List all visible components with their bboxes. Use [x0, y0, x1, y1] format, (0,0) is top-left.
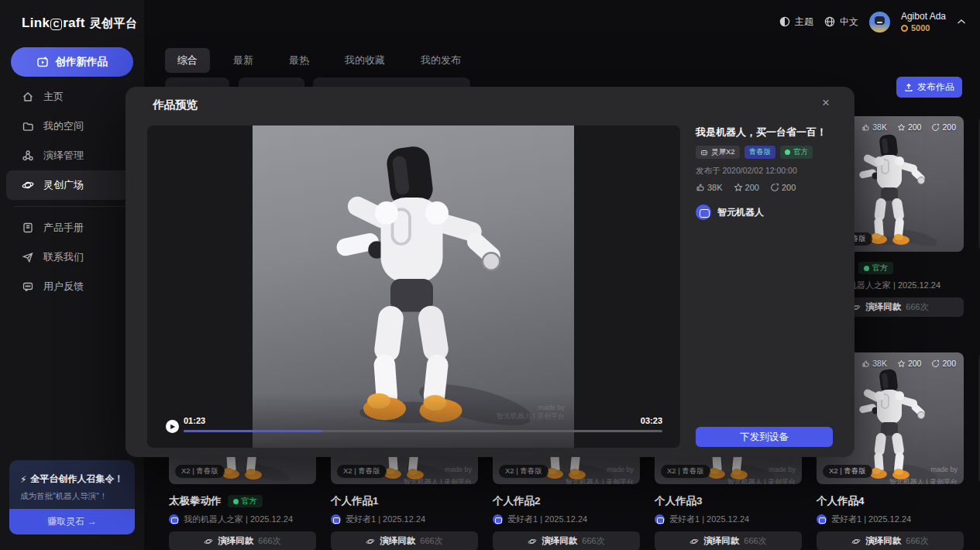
model-badge: X2 | 青春版 — [823, 465, 872, 478]
deploy-to-device-button[interactable]: 下发到设备 — [696, 427, 833, 447]
tab-hottest[interactable]: 最热 — [277, 48, 322, 73]
card-author[interactable]: 爱好者1 | 2025.12.24 — [817, 514, 964, 525]
earn-gems-button[interactable]: 赚取灵石 → — [9, 509, 135, 535]
share-icon — [770, 183, 779, 192]
user-avatar[interactable] — [869, 12, 890, 33]
card-title: 个人作品3 — [655, 494, 703, 508]
avatar-robot-face — [875, 16, 885, 25]
card-title: 个人作品4 — [817, 494, 865, 508]
brand-c-icon: C — [50, 19, 62, 30]
brand-suffix: 灵创平台 — [90, 16, 137, 31]
remix-button[interactable]: 演绎同款 666次 — [169, 531, 316, 550]
watermark-brand-line: 智元机器人 | 灵创平台 — [404, 477, 472, 484]
author-avatar-icon — [169, 514, 179, 524]
sidebar-item-performance[interactable]: 演绎管理 — [6, 141, 138, 170]
shares-stat[interactable]: 200 — [770, 183, 796, 192]
remix-button[interactable]: 演绎同款 666次 — [331, 531, 478, 550]
model-badge: X2 | 青春版 — [499, 465, 548, 478]
bolt-icon: ⚡ — [20, 474, 26, 485]
robot-figure — [297, 139, 530, 430]
language-switcher[interactable]: 中文 — [824, 15, 858, 29]
official-dot-icon — [785, 150, 790, 155]
tab-all[interactable]: 综合 — [165, 48, 210, 73]
publish-date: 发布于 2020/02/02 12:00:00 — [696, 166, 833, 177]
tab-favorites[interactable]: 我的收藏 — [332, 48, 397, 73]
work-preview-modal: 作品预览 × made by智元机器人 | 灵创平台 ▶ 01:23 03:23… — [126, 87, 854, 457]
author-avatar-icon — [696, 205, 711, 220]
made-by-watermark: made by — [607, 466, 634, 473]
official-tag: 官方 — [858, 262, 893, 274]
app-window: LinkCraft 灵创平台 创作新作品 主页 我的空间 演绎管理 — [0, 0, 980, 550]
robot-face-icon — [700, 149, 708, 156]
brand-logo: LinkCraft 灵创平台 — [22, 15, 137, 31]
feedback-chat-icon — [22, 280, 34, 293]
official-dot-icon — [864, 266, 869, 271]
like-icon — [861, 123, 870, 132]
home-icon — [22, 91, 34, 103]
video-create-icon — [36, 56, 49, 68]
official-dot-icon — [233, 499, 239, 504]
coin-icon — [901, 25, 908, 32]
sidebar-item-home[interactable]: 主页 — [6, 82, 138, 112]
card-title: 个人作品1 — [331, 494, 379, 508]
sidebar-item-feedback[interactable]: 用户反馈 — [6, 272, 138, 301]
send-icon — [22, 251, 34, 263]
video-bottom-fade — [253, 394, 574, 448]
create-work-button[interactable]: 创作新作品 — [11, 47, 133, 77]
star-icon — [897, 359, 906, 368]
sidebar-menu: 主页 我的空间 演绎管理 灵创广场 产品手册 联系我们 — [6, 82, 138, 301]
user-info[interactable]: Agibot Ada 5000 — [901, 11, 946, 33]
publish-work-button[interactable]: 发布作品 — [896, 77, 962, 98]
author-avatar-icon — [817, 514, 827, 524]
play-button[interactable]: ▶ — [166, 420, 179, 433]
watermark-brand-line: 智元机器人 | 灵创平台 — [889, 477, 958, 484]
work-tags: 灵犀X2 青春版 官方 — [696, 146, 833, 159]
planet-icon — [528, 537, 537, 546]
planet-icon — [689, 537, 699, 546]
banner-subline: 成为首批"机器人导演"！ — [20, 491, 124, 502]
made-by-watermark: made by — [445, 466, 472, 473]
theme-icon — [779, 16, 790, 27]
sort-tabs: 综合 最新 最热 我的收藏 我的发布 — [165, 48, 484, 73]
progress-bar[interactable] — [184, 430, 662, 432]
sidebar-item-plaza[interactable]: 灵创广场 — [6, 170, 138, 200]
official-tag: 官方 — [780, 146, 813, 159]
progress-fill — [184, 430, 322, 432]
sidebar-item-my-space[interactable]: 我的空间 — [6, 112, 138, 141]
video-frame[interactable]: made by智元机器人 | 灵创平台 — [253, 125, 574, 448]
like-icon — [861, 359, 870, 368]
current-time: 01:23 — [184, 416, 205, 425]
watermark-brand-line: 智元机器人 | 灵创平台 — [727, 477, 796, 484]
card-author[interactable]: 爱好者1 | 2025.12.24 — [331, 514, 478, 525]
nodes-icon — [22, 150, 34, 162]
share-icon — [931, 123, 940, 132]
made-by-watermark: made by — [930, 466, 958, 473]
sidebar-item-manual[interactable]: 产品手册 — [6, 213, 138, 242]
globe-icon — [824, 16, 835, 27]
star-icon — [734, 183, 743, 192]
likes-stat[interactable]: 38K — [696, 183, 723, 192]
topbar: 主题 中文 Agibot Ada 5000 — [144, 0, 980, 43]
close-icon[interactable]: × — [822, 96, 830, 109]
book-icon — [22, 222, 34, 234]
author-avatar-icon — [493, 514, 503, 524]
sidebar-item-contact[interactable]: 联系我们 — [6, 242, 138, 272]
card-author[interactable]: 我的机器人之家 | 2025.12.24 — [169, 514, 316, 525]
stars-stat[interactable]: 200 — [734, 183, 759, 192]
model-badge: X2 | 青春版 — [337, 465, 387, 478]
remix-button[interactable]: 演绎同款 666次 — [655, 531, 802, 550]
card-author[interactable]: 爱好者1 | 2025.12.24 — [655, 514, 802, 525]
work-author[interactable]: 智元机器人 — [696, 205, 833, 220]
sidebar-divider — [14, 206, 130, 207]
theme-toggle[interactable]: 主题 — [779, 15, 813, 29]
card-author[interactable]: 爱好者1 | 2025.12.24 — [493, 514, 640, 525]
chevron-up-icon[interactable] — [957, 19, 966, 25]
tab-my-posts[interactable]: 我的发布 — [408, 48, 473, 73]
work-stats: 38K 200 200 — [696, 183, 833, 192]
remix-button[interactable]: 演绎同款 666次 — [817, 531, 964, 550]
official-tag: 官方 — [228, 495, 263, 507]
tab-newest[interactable]: 最新 — [221, 48, 266, 73]
total-time: 03:23 — [641, 416, 662, 425]
model-tag: 灵犀X2 — [696, 146, 740, 159]
remix-button[interactable]: 演绎同款 666次 — [493, 531, 640, 550]
